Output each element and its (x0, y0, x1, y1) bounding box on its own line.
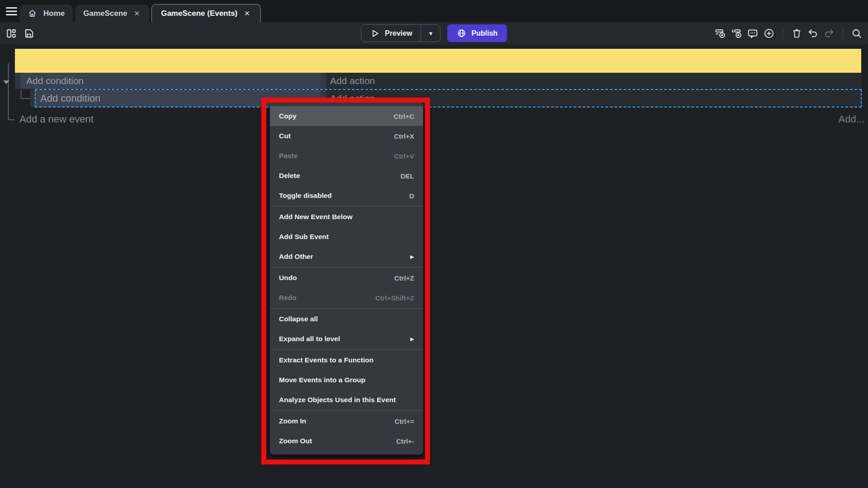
menu-separator (270, 267, 423, 267)
menu-separator (270, 410, 423, 411)
add-comment-icon[interactable] (747, 28, 759, 39)
toolbar-center: Preview ▾ Publish (361, 22, 507, 44)
search-icon[interactable] (851, 28, 863, 39)
menu-item-add-sub-event[interactable]: Add Sub Event (270, 227, 423, 247)
close-icon[interactable]: ✕ (133, 9, 142, 19)
menu-separator (270, 308, 423, 309)
tab-home[interactable]: Home (19, 5, 73, 22)
event1-add-condition[interactable]: Add condition (20, 73, 321, 89)
add-new-event-button[interactable]: Add a new event (19, 113, 94, 125)
menu-item-add-other[interactable]: Add Other▶ (270, 247, 423, 267)
tab-label: GameScene (83, 9, 127, 18)
undo-icon[interactable] (807, 28, 819, 39)
menu-item-paste: PasteCtrl+V (270, 146, 423, 166)
close-icon[interactable]: ✕ (243, 9, 251, 19)
save-icon[interactable] (23, 28, 35, 39)
tab-strip: Home GameScene ✕ GameScene (Events) ✕ (19, 4, 261, 22)
toolbar-divider (783, 27, 783, 39)
menu-item-move-events-into-group[interactable]: Move Events into a Group (270, 370, 423, 390)
tab-gamescene-events[interactable]: GameScene (Events) ✕ (151, 4, 261, 22)
globe-icon (457, 28, 467, 38)
add-event-icon[interactable] (714, 28, 726, 39)
add-sub-event-icon[interactable] (731, 28, 742, 39)
chevron-down-icon: ▾ (429, 29, 433, 38)
delete-icon[interactable] (791, 28, 802, 39)
submenu-arrow-icon: ▶ (410, 254, 414, 260)
menu-item-add-new-event-below[interactable]: Add New Event Below (270, 207, 423, 227)
preview-button-group: Preview ▾ (361, 24, 440, 42)
submenu-arrow-icon: ▶ (410, 336, 414, 342)
events-sheet (0, 44, 868, 488)
menu-item-cut[interactable]: CutCtrl+X (270, 126, 423, 146)
menu-item-zoom-out[interactable]: Zoom OutCtrl+- (270, 431, 423, 451)
tab-gamescene[interactable]: GameScene ✕ (75, 5, 149, 22)
menu-item-expand-all-to-level[interactable]: Expand all to level▶ (270, 329, 423, 349)
main-menu-icon[interactable] (5, 5, 19, 17)
add-button[interactable]: Add... (829, 113, 864, 125)
comment-block[interactable] (15, 49, 861, 73)
menu-separator (270, 206, 423, 206)
preview-dropdown-button[interactable]: ▾ (421, 25, 440, 42)
menu-item-delete[interactable]: DeleteDEL (270, 166, 423, 186)
menu-item-redo: RedoCtrl+Shift+Z (270, 288, 423, 308)
play-icon (370, 28, 380, 38)
preview-button[interactable]: Preview (361, 25, 420, 42)
event1-add-action[interactable]: Add action (326, 73, 862, 89)
tab-label: Home (43, 9, 65, 18)
toolbar-right (714, 22, 863, 44)
home-icon (28, 9, 37, 18)
tab-label: GameScene (Events) (161, 9, 237, 18)
redo-icon[interactable] (823, 28, 835, 39)
menu-item-copy[interactable]: CopyCtrl+C (270, 106, 423, 126)
menu-separator (270, 349, 423, 350)
publish-button[interactable]: Publish (448, 24, 507, 42)
toolbar-divider (843, 27, 843, 39)
panels-icon[interactable] (5, 28, 17, 39)
menu-item-collapse-all[interactable]: Collapse all (270, 309, 423, 329)
menu-item-extract-events-to-function[interactable]: Extract Events to a Function (270, 350, 423, 370)
tab-bar: Home GameScene ✕ GameScene (Events) ✕ (0, 0, 868, 22)
event-gutter[interactable] (30, 90, 35, 107)
event-gutter[interactable] (15, 73, 20, 89)
menu-item-undo[interactable]: UndoCtrl+Z (270, 268, 423, 288)
menu-item-analyze-objects[interactable]: Analyze Objects Used in this Event (270, 390, 423, 410)
events-toolbar: Preview ▾ Publish (0, 22, 868, 44)
context-menu: CopyCtrl+C CutCtrl+X PasteCtrl+V DeleteD… (270, 103, 423, 455)
menu-item-toggle-disabled[interactable]: Toggle disabledD (270, 186, 423, 206)
column-divider (321, 73, 326, 89)
choose-and-add-event-icon[interactable] (763, 28, 775, 39)
menu-item-zoom-in[interactable]: Zoom InCtrl+= (270, 411, 423, 431)
toolbar-left (5, 22, 35, 44)
